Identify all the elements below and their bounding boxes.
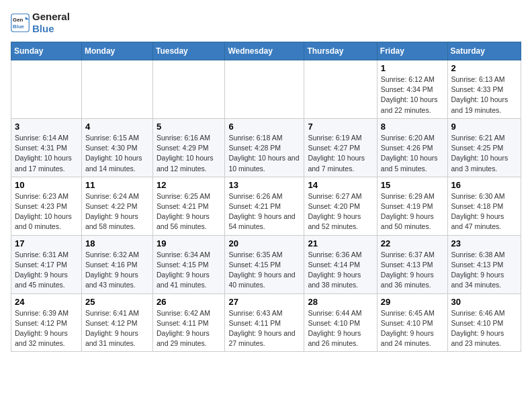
day-info: Sunrise: 6:37 AM Sunset: 4:13 PM Dayligh… xyxy=(381,250,444,291)
day-info: Sunrise: 6:23 AM Sunset: 4:23 PM Dayligh… xyxy=(15,191,78,232)
header-cell-sunday: Sunday xyxy=(11,42,82,60)
day-cell: 14Sunrise: 6:27 AM Sunset: 4:20 PM Dayli… xyxy=(304,177,377,235)
day-info: Sunrise: 6:20 AM Sunset: 4:26 PM Dayligh… xyxy=(381,133,444,174)
header-cell-friday: Friday xyxy=(377,42,447,60)
day-cell: 11Sunrise: 6:24 AM Sunset: 4:22 PM Dayli… xyxy=(81,177,152,235)
day-info: Sunrise: 6:24 AM Sunset: 4:22 PM Dayligh… xyxy=(85,191,149,232)
day-number: 14 xyxy=(308,180,373,190)
day-cell: 10Sunrise: 6:23 AM Sunset: 4:23 PM Dayli… xyxy=(11,177,82,235)
day-cell: 20Sunrise: 6:35 AM Sunset: 4:15 PM Dayli… xyxy=(225,235,304,293)
day-info: Sunrise: 6:21 AM Sunset: 4:25 PM Dayligh… xyxy=(451,133,518,174)
day-number: 6 xyxy=(228,122,300,132)
day-number: 19 xyxy=(157,238,221,248)
week-row-2: 10Sunrise: 6:23 AM Sunset: 4:23 PM Dayli… xyxy=(11,177,521,235)
calendar-header: SundayMondayTuesdayWednesdayThursdayFrid… xyxy=(11,42,521,60)
day-cell: 2Sunrise: 6:13 AM Sunset: 4:33 PM Daylig… xyxy=(447,60,521,119)
day-info: Sunrise: 6:19 AM Sunset: 4:27 PM Dayligh… xyxy=(308,133,373,174)
day-cell: 30Sunrise: 6:46 AM Sunset: 4:10 PM Dayli… xyxy=(447,293,521,352)
day-info: Sunrise: 6:16 AM Sunset: 4:29 PM Dayligh… xyxy=(157,133,221,174)
day-info: Sunrise: 6:44 AM Sunset: 4:10 PM Dayligh… xyxy=(308,308,373,349)
day-number: 1 xyxy=(381,63,444,73)
day-number: 12 xyxy=(157,180,221,190)
day-number: 4 xyxy=(85,122,149,132)
day-number: 2 xyxy=(451,63,518,73)
day-number: 29 xyxy=(381,297,444,307)
day-info: Sunrise: 6:15 AM Sunset: 4:30 PM Dayligh… xyxy=(85,133,149,174)
day-cell: 24Sunrise: 6:39 AM Sunset: 4:12 PM Dayli… xyxy=(11,293,82,352)
day-cell: 18Sunrise: 6:32 AM Sunset: 4:16 PM Dayli… xyxy=(81,235,152,293)
header-cell-monday: Monday xyxy=(81,42,152,60)
day-number: 17 xyxy=(15,238,78,248)
day-cell: 26Sunrise: 6:42 AM Sunset: 4:11 PM Dayli… xyxy=(152,293,224,352)
logo-text: General Blue xyxy=(32,11,70,35)
day-info: Sunrise: 6:32 AM Sunset: 4:16 PM Dayligh… xyxy=(85,250,149,291)
day-cell: 29Sunrise: 6:45 AM Sunset: 4:10 PM Dayli… xyxy=(377,293,447,352)
day-cell: 15Sunrise: 6:29 AM Sunset: 4:19 PM Dayli… xyxy=(377,177,447,235)
day-info: Sunrise: 6:34 AM Sunset: 4:15 PM Dayligh… xyxy=(157,250,221,291)
day-info: Sunrise: 6:35 AM Sunset: 4:15 PM Dayligh… xyxy=(228,250,300,291)
svg-text:Blue: Blue xyxy=(13,24,25,30)
day-cell: 25Sunrise: 6:41 AM Sunset: 4:12 PM Dayli… xyxy=(81,293,152,352)
day-cell: 5Sunrise: 6:16 AM Sunset: 4:29 PM Daylig… xyxy=(152,118,224,177)
day-number: 5 xyxy=(157,122,221,132)
day-cell: 27Sunrise: 6:43 AM Sunset: 4:11 PM Dayli… xyxy=(225,293,304,352)
day-info: Sunrise: 6:42 AM Sunset: 4:11 PM Dayligh… xyxy=(157,308,221,349)
day-number: 27 xyxy=(228,297,300,307)
svg-text:Gen: Gen xyxy=(13,17,23,23)
day-cell: 1Sunrise: 6:12 AM Sunset: 4:34 PM Daylig… xyxy=(377,60,447,119)
day-number: 9 xyxy=(451,122,518,132)
day-number: 20 xyxy=(228,238,300,248)
day-cell: 19Sunrise: 6:34 AM Sunset: 4:15 PM Dayli… xyxy=(152,235,224,293)
day-cell: 17Sunrise: 6:31 AM Sunset: 4:17 PM Dayli… xyxy=(11,235,82,293)
day-cell: 6Sunrise: 6:18 AM Sunset: 4:28 PM Daylig… xyxy=(225,118,304,177)
day-number: 3 xyxy=(15,122,78,132)
day-number: 22 xyxy=(381,238,444,248)
day-number: 25 xyxy=(85,297,149,307)
day-cell: 28Sunrise: 6:44 AM Sunset: 4:10 PM Dayli… xyxy=(304,293,377,352)
day-number: 28 xyxy=(308,297,373,307)
day-number: 11 xyxy=(85,180,149,190)
day-info: Sunrise: 6:36 AM Sunset: 4:14 PM Dayligh… xyxy=(308,250,373,291)
day-info: Sunrise: 6:29 AM Sunset: 4:19 PM Dayligh… xyxy=(381,191,444,232)
day-number: 23 xyxy=(451,238,518,248)
day-info: Sunrise: 6:31 AM Sunset: 4:17 PM Dayligh… xyxy=(15,250,78,291)
day-info: Sunrise: 6:18 AM Sunset: 4:28 PM Dayligh… xyxy=(228,133,300,174)
day-cell xyxy=(11,60,82,119)
day-info: Sunrise: 6:25 AM Sunset: 4:21 PM Dayligh… xyxy=(157,191,221,232)
day-cell: 22Sunrise: 6:37 AM Sunset: 4:13 PM Dayli… xyxy=(377,235,447,293)
logo-icon: Gen Blue xyxy=(11,13,30,32)
day-cell xyxy=(81,60,152,119)
day-number: 26 xyxy=(157,297,221,307)
day-info: Sunrise: 6:13 AM Sunset: 4:33 PM Dayligh… xyxy=(451,75,518,116)
day-cell: 8Sunrise: 6:20 AM Sunset: 4:26 PM Daylig… xyxy=(377,118,447,177)
day-cell xyxy=(304,60,377,119)
day-cell: 12Sunrise: 6:25 AM Sunset: 4:21 PM Dayli… xyxy=(152,177,224,235)
day-info: Sunrise: 6:43 AM Sunset: 4:11 PM Dayligh… xyxy=(228,308,300,349)
day-cell xyxy=(225,60,304,119)
day-number: 15 xyxy=(381,180,444,190)
day-cell: 4Sunrise: 6:15 AM Sunset: 4:30 PM Daylig… xyxy=(81,118,152,177)
calendar-table: SundayMondayTuesdayWednesdayThursdayFrid… xyxy=(11,42,521,352)
logo: Gen Blue General Blue xyxy=(11,11,70,35)
week-row-3: 17Sunrise: 6:31 AM Sunset: 4:17 PM Dayli… xyxy=(11,235,521,293)
day-info: Sunrise: 6:39 AM Sunset: 4:12 PM Dayligh… xyxy=(15,308,78,349)
day-cell: 16Sunrise: 6:30 AM Sunset: 4:18 PM Dayli… xyxy=(447,177,521,235)
header-cell-tuesday: Tuesday xyxy=(152,42,224,60)
header-cell-saturday: Saturday xyxy=(447,42,521,60)
day-number: 8 xyxy=(381,122,444,132)
week-row-4: 24Sunrise: 6:39 AM Sunset: 4:12 PM Dayli… xyxy=(11,293,521,352)
day-info: Sunrise: 6:46 AM Sunset: 4:10 PM Dayligh… xyxy=(451,308,518,349)
week-row-0: 1Sunrise: 6:12 AM Sunset: 4:34 PM Daylig… xyxy=(11,60,521,119)
day-cell: 3Sunrise: 6:14 AM Sunset: 4:31 PM Daylig… xyxy=(11,118,82,177)
day-number: 13 xyxy=(228,180,300,190)
header: Gen Blue General Blue xyxy=(11,11,521,35)
day-number: 24 xyxy=(15,297,78,307)
day-cell: 23Sunrise: 6:38 AM Sunset: 4:13 PM Dayli… xyxy=(447,235,521,293)
day-cell: 21Sunrise: 6:36 AM Sunset: 4:14 PM Dayli… xyxy=(304,235,377,293)
day-info: Sunrise: 6:26 AM Sunset: 4:21 PM Dayligh… xyxy=(228,191,300,232)
day-info: Sunrise: 6:38 AM Sunset: 4:13 PM Dayligh… xyxy=(451,250,518,291)
day-number: 10 xyxy=(15,180,78,190)
calendar-body: 1Sunrise: 6:12 AM Sunset: 4:34 PM Daylig… xyxy=(11,60,521,352)
day-info: Sunrise: 6:14 AM Sunset: 4:31 PM Dayligh… xyxy=(15,133,78,174)
day-number: 7 xyxy=(308,122,373,132)
